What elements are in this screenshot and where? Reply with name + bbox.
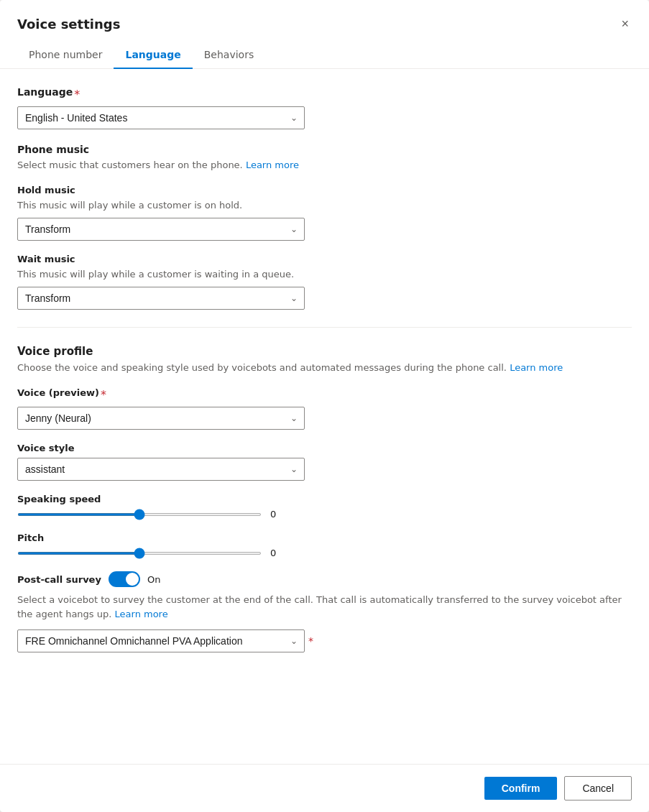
wait-music-label: Wait music bbox=[17, 254, 632, 264]
phone-music-title: Phone music bbox=[17, 144, 632, 155]
phone-music-learn-more[interactable]: Learn more bbox=[246, 160, 299, 170]
voice-profile-section: Voice profile Choose the voice and speak… bbox=[17, 345, 632, 373]
post-call-survey-desc: Select a voicebot to survey the customer… bbox=[17, 593, 632, 621]
tab-behaviors[interactable]: Behaviors bbox=[193, 42, 265, 69]
hold-music-label: Hold music bbox=[17, 185, 632, 195]
pitch-label: Pitch bbox=[17, 532, 632, 543]
voice-preview-select[interactable]: Jenny (Neural) bbox=[17, 407, 305, 430]
close-button[interactable]: × bbox=[618, 14, 632, 33]
pitch-row: 0 bbox=[17, 548, 632, 558]
language-select[interactable]: English - United States bbox=[17, 106, 305, 129]
tab-bar: Phone number Language Behaviors bbox=[0, 42, 649, 69]
post-call-survey-select-wrapper: FRE Omnichannel Omnichannel PVA Applicat… bbox=[17, 629, 305, 652]
phone-music-desc: Select music that customers hear on the … bbox=[17, 160, 632, 170]
hold-music-section: Hold music This music will play while a … bbox=[17, 185, 632, 241]
voice-preview-section: Voice (preview) * Jenny (Neural) ⌄ bbox=[17, 387, 632, 430]
voice-style-select[interactable]: assistant bbox=[17, 458, 305, 481]
tab-language[interactable]: Language bbox=[114, 42, 192, 69]
tab-phone-number[interactable]: Phone number bbox=[17, 42, 114, 69]
voice-style-section: Voice style assistant ⌄ bbox=[17, 443, 632, 481]
dialog-title: Voice settings bbox=[17, 17, 120, 32]
wait-music-select[interactable]: Transform bbox=[17, 287, 305, 310]
wait-music-section: Wait music This music will play while a … bbox=[17, 254, 632, 310]
hold-music-select[interactable]: Transform bbox=[17, 218, 305, 241]
post-call-survey-section: Post-call survey On Select a voicebot to… bbox=[17, 571, 632, 652]
language-label: Language bbox=[17, 86, 73, 98]
speaking-speed-slider[interactable] bbox=[17, 513, 262, 516]
post-call-survey-toggle[interactable] bbox=[109, 571, 140, 587]
post-call-survey-on-label: On bbox=[147, 574, 160, 585]
pitch-slider[interactable] bbox=[17, 552, 262, 555]
pitch-section: Pitch 0 bbox=[17, 532, 632, 558]
voice-style-select-wrapper: assistant ⌄ bbox=[17, 458, 305, 481]
dialog-header: Voice settings × bbox=[0, 0, 649, 33]
voice-preview-required-star: * bbox=[101, 388, 106, 402]
tab-content: Language * English - United States ⌄ Pho… bbox=[0, 69, 649, 764]
voice-settings-dialog: Voice settings × Phone number Language B… bbox=[0, 0, 649, 812]
language-section: Language * English - United States ⌄ bbox=[17, 86, 632, 129]
phone-music-section: Phone music Select music that customers … bbox=[17, 144, 632, 170]
post-call-survey-learn-more[interactable]: Learn more bbox=[115, 609, 168, 619]
voice-style-label: Voice style bbox=[17, 443, 632, 453]
confirm-button[interactable]: Confirm bbox=[484, 777, 558, 800]
voice-preview-label: Voice (preview) bbox=[17, 387, 99, 398]
speaking-speed-label: Speaking speed bbox=[17, 494, 632, 504]
section-divider bbox=[17, 327, 632, 328]
voice-profile-title: Voice profile bbox=[17, 345, 632, 358]
language-select-wrapper: English - United States ⌄ bbox=[17, 106, 305, 129]
speaking-speed-row: 0 bbox=[17, 509, 632, 520]
hold-music-desc: This music will play while a customer is… bbox=[17, 200, 632, 211]
speaking-speed-section: Speaking speed 0 bbox=[17, 494, 632, 520]
speaking-speed-value: 0 bbox=[270, 509, 285, 520]
post-call-survey-toggle-row: Post-call survey On bbox=[17, 571, 632, 587]
wait-music-select-wrapper: Transform ⌄ bbox=[17, 287, 305, 310]
post-call-survey-select[interactable]: FRE Omnichannel Omnichannel PVA Applicat… bbox=[17, 629, 305, 652]
wait-music-desc: This music will play while a customer is… bbox=[17, 269, 632, 280]
voice-profile-learn-more[interactable]: Learn more bbox=[510, 362, 563, 373]
voice-profile-desc: Choose the voice and speaking style used… bbox=[17, 362, 632, 373]
language-required-star: * bbox=[74, 88, 80, 101]
dialog-footer: Confirm Cancel bbox=[0, 764, 649, 812]
cancel-button[interactable]: Cancel bbox=[564, 776, 632, 801]
pitch-value: 0 bbox=[270, 548, 285, 558]
voice-preview-select-wrapper: Jenny (Neural) ⌄ bbox=[17, 407, 305, 430]
hold-music-select-wrapper: Transform ⌄ bbox=[17, 218, 305, 241]
post-call-survey-required: * bbox=[308, 635, 313, 647]
post-call-survey-label: Post-call survey bbox=[17, 574, 101, 585]
